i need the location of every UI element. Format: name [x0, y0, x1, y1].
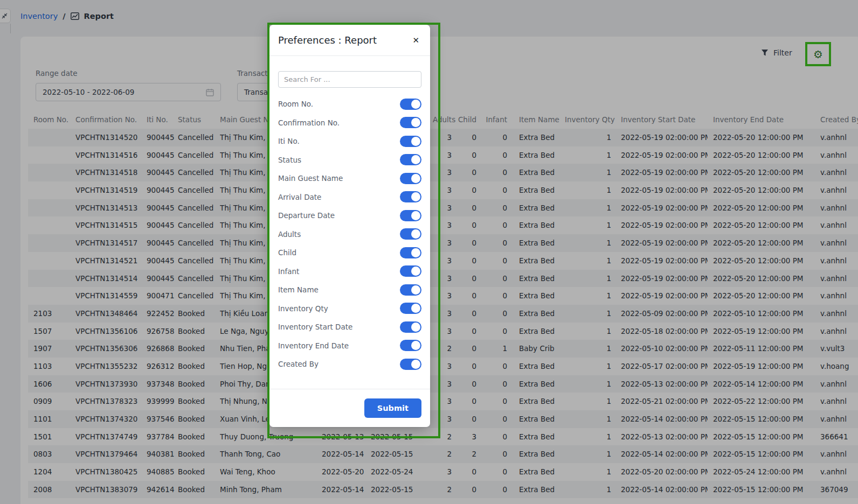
preference-label: Adults [278, 230, 301, 239]
toggle-knob [411, 155, 420, 164]
preference-toggle[interactable] [400, 303, 421, 314]
toggle-knob [411, 267, 420, 276]
toggle-knob [411, 341, 420, 350]
preference-label: Inventory Qty [278, 304, 328, 313]
preference-label: Status [278, 156, 301, 164]
modal-header: Preferences : Report ✕ [269, 25, 430, 56]
report-page: Inventory / Report Filter ⚙ Range date 2… [0, 0, 858, 504]
modal-footer: Submit [269, 389, 430, 427]
preference-toggle[interactable] [400, 191, 421, 202]
preference-toggle[interactable] [400, 99, 421, 110]
preference-label: Inventory End Date [278, 341, 349, 350]
toggle-knob [411, 229, 420, 239]
search-input[interactable]: Search For ... [278, 71, 421, 88]
toggle-knob [411, 304, 420, 313]
preference-toggle[interactable] [400, 265, 421, 277]
preference-row: Arrival Date [278, 188, 421, 207]
submit-button[interactable]: Submit [364, 398, 421, 418]
preference-toggle[interactable] [400, 228, 421, 240]
preference-toggle[interactable] [400, 321, 421, 333]
preference-row: Child [278, 243, 421, 262]
toggle-knob [411, 248, 420, 257]
toggle-knob [411, 174, 420, 183]
preference-label: Infant [278, 267, 299, 276]
preference-row: Departure Date [278, 206, 421, 225]
preference-row: Room No. [278, 95, 421, 114]
toggle-knob [411, 192, 420, 201]
preference-label: Child [278, 248, 296, 257]
preference-toggle[interactable] [400, 210, 421, 221]
preference-label: Iti No. [278, 137, 300, 145]
preference-label: Confirmation No. [278, 118, 340, 127]
toggle-knob [411, 118, 420, 127]
toggle-knob [411, 211, 420, 220]
preference-toggle[interactable] [400, 117, 421, 128]
preference-label: Item Name [278, 285, 319, 294]
preference-toggle[interactable] [400, 340, 421, 351]
toggle-knob [411, 137, 420, 146]
preference-toggle[interactable] [400, 154, 421, 165]
preference-row: Adults [278, 225, 421, 244]
preference-toggle[interactable] [400, 284, 421, 296]
close-icon[interactable]: ✕ [410, 34, 421, 46]
preference-row: Status [278, 151, 421, 170]
preference-row: Item Name [278, 281, 421, 299]
search-placeholder: Search For ... [284, 75, 330, 83]
preference-row: Inventory Start Date [278, 318, 421, 337]
preference-toggle[interactable] [400, 136, 421, 147]
preference-label: Departure Date [278, 211, 335, 220]
preference-label: Created By [278, 360, 319, 368]
preference-label: Arrival Date [278, 193, 321, 201]
toggle-knob [411, 285, 420, 295]
preference-row: Infant [278, 262, 421, 281]
toggle-list: Room No.Confirmation No.Iti No.StatusMai… [278, 95, 421, 374]
preference-label: Inventory Start Date [278, 323, 352, 331]
toggle-knob [411, 360, 420, 369]
preferences-modal: Preferences : Report ✕ Search For ... Ro… [269, 25, 430, 427]
toggle-knob [411, 100, 420, 109]
modal-body: Search For ... Room No.Confirmation No.I… [269, 56, 430, 389]
preference-row: Confirmation No. [278, 114, 421, 132]
preference-row: Iti No. [278, 132, 421, 151]
preference-row: Inventory Qty [278, 299, 421, 318]
preference-row: Inventory End Date [278, 337, 421, 355]
toggle-knob [411, 323, 420, 332]
preference-label: Main Guest Name [278, 174, 343, 183]
preference-row: Created By [278, 355, 421, 374]
preference-row: Main Guest Name [278, 169, 421, 188]
preference-toggle[interactable] [400, 173, 421, 184]
preference-toggle[interactable] [400, 247, 421, 258]
modal-title: Preferences : Report [278, 34, 410, 46]
preference-toggle[interactable] [400, 359, 421, 370]
preference-label: Room No. [278, 100, 313, 108]
